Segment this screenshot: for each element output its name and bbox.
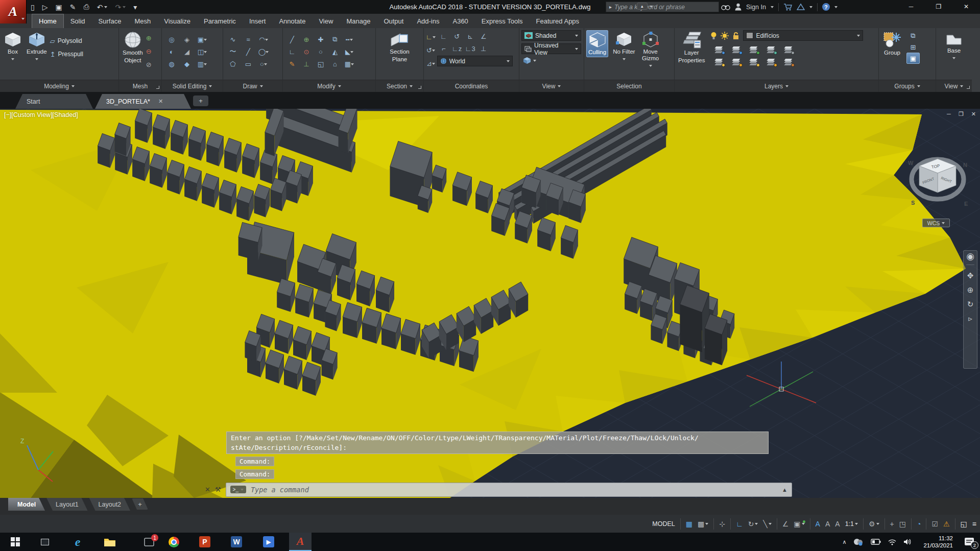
layer-on-icon[interactable]: [710, 56, 728, 68]
intersect-icon[interactable]: ◍: [164, 58, 179, 70]
panel-label-solid-editing[interactable]: Solid Editing: [162, 80, 223, 92]
layer-walk-icon[interactable]: [745, 56, 762, 68]
ribbon-tab-annotate[interactable]: Annotate: [272, 14, 312, 28]
annotation-scale-icon[interactable]: A: [835, 520, 840, 528]
save-icon[interactable]: ▣: [56, 3, 62, 11]
annotation-autoscale-icon[interactable]: A: [825, 520, 830, 528]
plot-icon[interactable]: ⎙: [83, 3, 89, 11]
ribbon-tab-a360[interactable]: A360: [446, 14, 474, 28]
panel-label-modify[interactable]: Modify: [283, 80, 375, 92]
no-filter-caret-icon[interactable]: [623, 58, 626, 62]
doc-restore-icon[interactable]: ❐: [959, 111, 964, 117]
base-caret-icon[interactable]: [952, 57, 955, 61]
command-line-bar[interactable]: ✕ ⚒ >_ Type a command ▲: [200, 482, 792, 497]
smooth-object-button[interactable]: Smooth Object: [121, 30, 145, 65]
qat-menu-icon[interactable]: ▾: [133, 3, 137, 11]
smooth-more-icon[interactable]: ⊕: [146, 31, 152, 44]
panel-label-modeling[interactable]: Modeling: [0, 80, 118, 92]
box-button[interactable]: Box: [2, 30, 23, 63]
ribbon-tab-add-ins[interactable]: Add-ins: [410, 14, 446, 28]
onedrive-icon[interactable]: [853, 538, 864, 546]
scale-icon[interactable]: ◱: [314, 58, 328, 70]
autocad-taskbar-button[interactable]: A: [289, 533, 312, 551]
panel-label-view[interactable]: View: [519, 80, 584, 92]
drawing-viewport[interactable]: Z [−][Custom View][Shaded] ─ ❐ ✕ W N S E…: [0, 109, 980, 498]
union-icon[interactable]: ◎: [164, 33, 179, 45]
doc-minimize-icon[interactable]: ─: [947, 111, 951, 117]
graphics-performance-icon[interactable]: ☑: [931, 520, 938, 528]
ribbon-collapse-control[interactable]: ▴: [637, 3, 653, 10]
panel-label-mesh[interactable]: Mesh: [119, 80, 161, 92]
search-expand-icon[interactable]: ▸: [609, 4, 612, 10]
chrome-taskbar-button[interactable]: [162, 533, 185, 551]
fillet-edge-icon[interactable]: ◢: [179, 45, 195, 58]
polyline-edit-icon[interactable]: ⌂: [328, 58, 342, 70]
layer-previous-icon[interactable]: [780, 56, 797, 68]
view-cube-toggle[interactable]: [521, 57, 536, 64]
ribbon-tab-output[interactable]: Output: [377, 14, 410, 28]
application-menu-button[interactable]: A: [0, 0, 27, 23]
ucs-world-icon[interactable]: ∟: [437, 30, 450, 42]
minimize-button[interactable]: ─: [897, 0, 925, 14]
layout-tab-layout2[interactable]: Layout2: [89, 498, 130, 511]
spline-fit-icon[interactable]: ∿: [225, 33, 241, 45]
polar-tracking-icon[interactable]: ↻: [748, 520, 758, 528]
extrude-caret-icon[interactable]: [35, 58, 38, 62]
fullscreen-icon[interactable]: ◱: [961, 520, 967, 528]
ribbon-tab-express-tools[interactable]: Express Tools: [475, 14, 530, 28]
layer-unlock-icon[interactable]: [732, 32, 739, 40]
box-caret-icon[interactable]: [11, 58, 14, 62]
object-snap-tracking-icon[interactable]: ∠: [782, 520, 789, 528]
selection-cycling-icon[interactable]: ◳: [899, 520, 906, 528]
spline-cv-icon[interactable]: 〜: [225, 45, 241, 58]
layer-on-bulb-icon[interactable]: [710, 32, 717, 40]
rotate-gizmo-icon[interactable]: ⊕: [299, 33, 314, 45]
ribbon-tab-mesh[interactable]: Mesh: [128, 14, 157, 28]
pan-icon[interactable]: ✥: [967, 272, 974, 279]
layer-properties-button[interactable]: Layer Properties: [677, 30, 706, 65]
scale-gizmo-icon[interactable]: ⊙: [299, 45, 314, 58]
wcs-dropdown[interactable]: WCS: [922, 219, 950, 227]
tray-expand-icon[interactable]: ∧: [842, 539, 846, 545]
ucs-view-icon[interactable]: ⊿: [426, 57, 436, 70]
separate-icon[interactable]: ◫: [195, 45, 210, 58]
clean-screen-icon[interactable]: ◔: [917, 520, 921, 528]
annotation-scale-value[interactable]: 1:1: [845, 520, 858, 528]
line-icon[interactable]: ╱: [241, 45, 256, 58]
ribbon-minimize-icon[interactable]: ▴: [637, 3, 648, 10]
zoom-icon[interactable]: ⊕: [967, 286, 974, 294]
start-button[interactable]: [4, 533, 27, 551]
ribbon-tab-insert[interactable]: Insert: [243, 14, 273, 28]
annotation-monitor-icon[interactable]: +: [890, 520, 894, 528]
ucs-origin-icon[interactable]: ⌐: [437, 42, 450, 55]
model-space-button[interactable]: MODEL: [652, 520, 675, 528]
view-cube-caret-icon[interactable]: [533, 60, 536, 63]
move-gizmo-button[interactable]: Move Gizmo: [640, 30, 661, 69]
unsmooth-icon[interactable]: ⊘: [146, 58, 152, 71]
arc-icon[interactable]: ◠: [256, 33, 271, 45]
rectangle-icon[interactable]: ▭: [241, 58, 256, 70]
smooth-less-icon[interactable]: ⊖: [146, 44, 152, 58]
ribbon-minimize-caret-icon[interactable]: [650, 6, 653, 9]
ucs-icon[interactable]: ∟: [426, 30, 436, 43]
edge-taskbar-button[interactable]: e: [66, 533, 89, 551]
orbit-icon[interactable]: ↻: [967, 300, 974, 308]
panel-label-coordinates[interactable]: Coordinates: [424, 80, 519, 92]
task-view-button[interactable]: [34, 533, 56, 551]
group-edit-icon[interactable]: ⊞: [906, 41, 920, 53]
redo-icon[interactable]: ↷: [115, 3, 126, 11]
action-center-button[interactable]: 2: [964, 537, 975, 547]
undo-icon-caret[interactable]: [104, 6, 107, 10]
view-cube[interactable]: W N S E TOP RIGHT FRONT: [904, 139, 971, 216]
sign-in-caret-icon[interactable]: [771, 6, 774, 10]
panel-launcher-icon[interactable]: [418, 86, 421, 89]
layer-isolate-icon[interactable]: [745, 43, 762, 56]
presspull-button[interactable]: ↥Presspull: [50, 47, 83, 61]
ucs-zaxis-icon[interactable]: ∟z: [450, 42, 464, 55]
ribbon-tab-home[interactable]: Home: [32, 14, 64, 28]
layer-freeze-icon[interactable]: [728, 43, 745, 56]
panel-launcher-icon[interactable]: [967, 86, 970, 89]
ribbon-tab-solid[interactable]: Solid: [64, 14, 92, 28]
polygon-icon[interactable]: ⬠: [225, 58, 241, 70]
ribbon-tab-view[interactable]: View: [312, 14, 340, 28]
